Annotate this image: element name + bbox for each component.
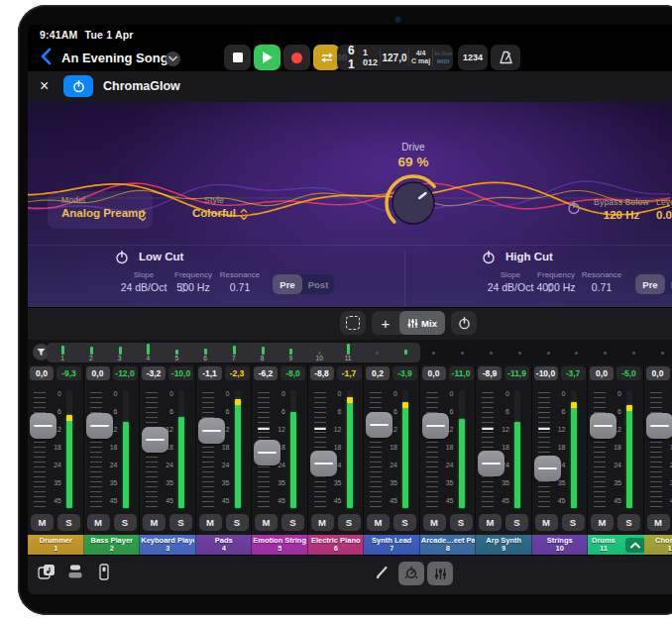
edit-button[interactable] — [375, 565, 391, 580]
lowcut-res-value[interactable]: 0.71 — [205, 281, 275, 293]
mute-button[interactable]: M — [31, 514, 54, 531]
song-title[interactable]: An Evening Song — [61, 51, 168, 65]
volume-readout[interactable]: 0,0 — [30, 366, 54, 380]
volume-readout[interactable]: -8,8 — [310, 366, 334, 380]
track-collapse-button[interactable] — [625, 538, 645, 553]
marquee-select-button[interactable] — [340, 311, 366, 335]
solo-button[interactable]: S — [338, 514, 361, 531]
plugin-power-button[interactable] — [63, 75, 93, 97]
track-name-tab[interactable]: Synth Lead7 — [364, 535, 420, 555]
mixer-view-button[interactable] — [427, 562, 453, 585]
track-name-tab[interactable]: Drums11 — [588, 535, 648, 555]
solo-button[interactable]: S — [114, 514, 137, 531]
volume-readout[interactable]: -8,9 — [478, 366, 502, 380]
fader-handle[interactable] — [590, 413, 616, 439]
volume-readout[interactable]: 0,0 — [422, 366, 446, 380]
peak-readout[interactable]: -3,7 — [561, 366, 586, 380]
track-name-tab[interactable]: Arcade…eet Pad8 — [420, 535, 477, 555]
add-track-button[interactable]: + — [372, 311, 399, 335]
highcut-pre-button[interactable]: Pre — [635, 274, 665, 294]
bridge-cell[interactable]: 11 — [334, 343, 362, 362]
peak-readout[interactable]: -5,0 — [616, 366, 641, 380]
mute-button[interactable]: M — [479, 514, 502, 531]
fader-handle[interactable] — [254, 440, 280, 465]
mute-button[interactable]: M — [143, 514, 166, 531]
bridge-cell[interactable] — [534, 343, 562, 362]
bridge-cell[interactable] — [591, 343, 618, 362]
mute-button[interactable]: M — [255, 514, 278, 531]
solo-button[interactable]: S — [562, 514, 585, 531]
volume-readout[interactable]: 0,0 — [86, 366, 110, 380]
back-button[interactable] — [38, 47, 57, 66]
bridge-cell[interactable]: 9 — [277, 343, 304, 362]
lowcut-power-button[interactable] — [115, 251, 129, 268]
bridge-cell[interactable] — [477, 343, 504, 362]
loop-browser-button[interactable] — [38, 564, 57, 581]
fader-handle[interactable] — [310, 451, 337, 476]
close-plugin-button[interactable]: × — [40, 77, 49, 95]
peak-readout[interactable]: -9,3 — [56, 366, 81, 380]
mute-button[interactable]: M — [647, 514, 670, 531]
track-name-tab[interactable]: Chorus V12 — [644, 535, 672, 555]
track-name-tab[interactable]: Emotion Strings5 — [252, 535, 308, 555]
fader-handle[interactable] — [86, 413, 113, 439]
mute-button[interactable]: M — [311, 514, 334, 531]
volume-readout[interactable]: -1,1 — [198, 366, 222, 380]
record-button[interactable] — [283, 45, 310, 70]
peak-readout[interactable]: -8,0 — [280, 366, 305, 380]
cycle-button[interactable] — [313, 45, 340, 70]
bridge-cell[interactable] — [619, 343, 647, 362]
lowcut-post-button[interactable]: Post — [302, 274, 334, 294]
mute-button[interactable]: M — [87, 514, 110, 531]
peak-readout[interactable]: -3,9 — [392, 366, 417, 380]
bridge-cell[interactable]: 8 — [249, 343, 277, 362]
track-name-tab[interactable]: Keyboard Player3 — [140, 535, 196, 555]
volume-readout[interactable]: -6,2 — [254, 366, 278, 380]
volume-readout[interactable]: -10,0 — [534, 366, 558, 380]
volume-readout[interactable]: 0,2 — [366, 366, 390, 380]
bridge-cell[interactable] — [419, 343, 447, 362]
track-name-tab[interactable]: Electric Piano6 — [308, 535, 365, 555]
bridge-cell[interactable] — [448, 343, 476, 362]
peak-readout[interactable]: -12,0 — [113, 366, 138, 380]
plugin-tile-button[interactable] — [97, 564, 113, 581]
fader-handle[interactable] — [142, 427, 168, 453]
volume-readout[interactable]: 0,0 — [646, 366, 670, 380]
bypass-power-button[interactable] — [567, 201, 581, 219]
solo-button[interactable]: S — [226, 514, 249, 531]
controls-view-button[interactable] — [398, 562, 424, 585]
metronome-button[interactable] — [491, 45, 520, 70]
lcd-display[interactable]: 00 6 1 1 012 127,0 4/4 C maj In Out MIDI — [337, 45, 453, 70]
peak-readout[interactable]: -11,9 — [504, 366, 529, 380]
drive-knob[interactable] — [382, 171, 445, 235]
bridge-cell[interactable] — [392, 343, 419, 362]
bridge-cell[interactable]: 4 — [134, 343, 162, 362]
solo-button[interactable]: S — [57, 514, 80, 531]
mute-button[interactable]: M — [591, 514, 614, 531]
bridge-cell[interactable]: 5 — [163, 343, 190, 362]
volume-readout[interactable]: -3,2 — [142, 366, 166, 380]
fader-handle[interactable] — [422, 413, 449, 439]
lowcut-pre-button[interactable]: Pre — [273, 274, 302, 294]
bridge-cell[interactable] — [562, 343, 590, 362]
bypass-below-value[interactable]: 120 Hz — [585, 209, 658, 221]
bridge-cell[interactable] — [363, 343, 391, 362]
browser-button[interactable] — [67, 564, 85, 581]
highcut-post-button[interactable]: Post — [665, 274, 672, 294]
highcut-power-button[interactable] — [482, 251, 496, 268]
meter-bridge[interactable]: 1234567891011 — [28, 343, 672, 363]
bridge-cell[interactable]: 6 — [191, 343, 219, 362]
mix-view-button[interactable]: Mix — [399, 311, 445, 335]
track-name-tab[interactable]: Bass Player2 — [84, 535, 141, 555]
bridge-cell[interactable]: 1 — [49, 343, 76, 362]
fader-handle[interactable] — [198, 418, 225, 444]
song-menu-button[interactable] — [166, 52, 180, 66]
mute-button[interactable]: M — [367, 514, 390, 531]
solo-button[interactable]: S — [281, 514, 304, 531]
solo-button[interactable]: S — [617, 514, 640, 531]
bridge-cell[interactable]: 2 — [77, 343, 105, 362]
peak-readout[interactable]: -11,0 — [449, 366, 474, 380]
fader-handle[interactable] — [478, 451, 504, 476]
track-name-tab[interactable]: Drummer1 — [28, 535, 84, 555]
mixer-power-button[interactable] — [451, 311, 477, 335]
